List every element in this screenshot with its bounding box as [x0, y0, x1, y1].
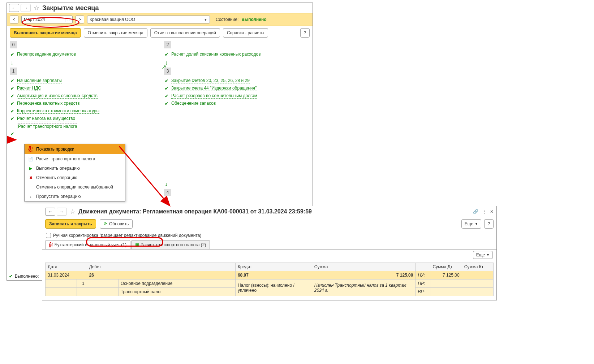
close-icon[interactable]: ✕	[490, 209, 494, 214]
op-close-accounts-20-29[interactable]: Закрытие счетов 20, 23, 25, 26, 28 и 29	[171, 78, 250, 83]
tab-accounting[interactable]: ДтКт Бухгалтерский и налоговый учет (1)	[45, 240, 130, 249]
th-sum-kt: Сумма Кт	[462, 263, 493, 271]
cell-sub-debit2: Транспортный налог	[118, 288, 235, 296]
refresh-icon: ⟳	[104, 221, 107, 226]
check-icon: ✔	[10, 109, 14, 114]
period-input[interactable]: Март 2024 ...	[21, 16, 73, 23]
op-repost-documents[interactable]: Перепроведение документов	[17, 52, 76, 57]
check-icon: ✔	[165, 101, 168, 106]
footer-status: ✔ Выполнено:	[9, 274, 39, 279]
cell-sum-dt-pr	[430, 280, 462, 288]
table-header-row: Дата Дебет Кредит Сумма Сумма Дт Сумма К…	[46, 263, 494, 271]
link-icon[interactable]: 🔗	[473, 209, 478, 214]
section-0-badge: 0	[10, 41, 17, 48]
document-movements-window: ← → ☆ Движения документа: Регламентная о…	[42, 206, 497, 300]
menu-cancel-operation[interactable]: ✖ Отменить операцию	[25, 173, 125, 182]
cell-credit-acc: 68.07	[235, 271, 312, 280]
arrow-down-icon: ↓	[164, 58, 310, 68]
help-button[interactable]: ?	[300, 28, 310, 38]
back-button[interactable]: ←	[9, 4, 19, 12]
report-button[interactable]: Отчет о выполнении операций	[150, 28, 220, 38]
cell-sum-dt-vr	[430, 288, 462, 296]
forward-button[interactable]: →	[57, 208, 67, 216]
right-column: 2 ✔Расчет долей списания косвенных расхо…	[164, 41, 310, 198]
cell-debit-acc: 26	[87, 271, 235, 280]
operation-context-menu: ДтКт Показать проводки 📄 Расчет транспор…	[24, 144, 125, 202]
menu-run-operation[interactable]: ▶ Выполнить операцию	[25, 164, 125, 173]
period-picker-icon[interactable]: ...	[65, 18, 71, 22]
op-doubtful-debts[interactable]: Расчет резервов по сомнительным долгам	[171, 93, 257, 99]
refresh-button[interactable]: ⟳ Обновить	[100, 219, 133, 229]
entry-row-sub1[interactable]: 1 Основное подразделение Налог (взносы):…	[46, 280, 494, 288]
forward-button[interactable]: →	[21, 4, 31, 12]
next-period-button[interactable]: >	[76, 16, 84, 23]
more-button[interactable]: Еще ▼	[461, 219, 481, 229]
cell-sum-kt-pr	[462, 280, 493, 288]
th-debit: Дебет	[87, 263, 235, 271]
kebab-icon[interactable]: ⋮	[482, 209, 486, 214]
section-4-badge: 4	[164, 189, 171, 196]
check-icon: ✔	[165, 94, 168, 99]
save-close-button[interactable]: Записать и закрыть	[45, 219, 96, 229]
window-right-icons: 🔗 ⋮ ✕	[473, 209, 494, 214]
more-button-inner[interactable]: Еще ▼	[473, 251, 493, 259]
op-close-account-44[interactable]: Закрытие счета 44 "Издержки обращения"	[171, 86, 257, 91]
arrow-down-icon: ↓	[10, 58, 155, 68]
cell-sub-credit: Налог (взносы): начислено / уплачено	[235, 280, 312, 296]
op-transport-tax[interactable]: Расчет транспортного налога	[17, 124, 78, 129]
th-sum: Сумма	[312, 263, 416, 271]
op-inventory-impairment[interactable]: Обесценение запасов	[171, 101, 216, 106]
check-icon: ✔	[9, 274, 13, 279]
cell-sum-kt-nu	[462, 271, 493, 280]
cell-empty	[46, 288, 77, 296]
cell-date: 31.03.2024	[46, 271, 87, 280]
menu-cancel-after[interactable]: Отменить операции после выбранной	[25, 182, 125, 192]
cell-empty	[77, 288, 87, 296]
op-property-tax[interactable]: Расчет налога на имущество	[17, 116, 75, 121]
op-indirect-costs[interactable]: Расчет долей списания косвенных расходов	[171, 52, 261, 57]
op-payroll[interactable]: Начисление зарплаты	[17, 78, 62, 83]
check-icon: ✔	[165, 86, 168, 91]
check-icon: ✔	[10, 86, 14, 91]
cell-sum-kt-vr	[462, 288, 493, 296]
cell-pr-label: ПР:	[416, 280, 430, 288]
op-vat[interactable]: Расчет НДС	[17, 86, 41, 91]
organization-select[interactable]: Красивая акация ООО ▼	[87, 16, 210, 23]
cancel-closing-button[interactable]: Отменить закрытие месяца	[84, 28, 147, 38]
dropdown-icon: ▼	[475, 222, 478, 226]
check-icon: ✔	[10, 101, 14, 106]
back-button[interactable]: ←	[45, 208, 55, 216]
favorite-star-icon[interactable]: ☆	[70, 208, 76, 216]
action-bar-2: Записать и закрыть ⟳ Обновить Еще ▼ ?	[42, 217, 496, 231]
check-icon: ✔	[10, 78, 14, 83]
check-icon: ✔	[165, 52, 168, 57]
menu-skip-operation[interactable]: ↓ Пропустить операцию	[25, 192, 125, 201]
references-button[interactable]: Справки - расчеты	[223, 28, 268, 38]
menu-calc-transport-tax[interactable]: 📄 Расчет транспортного налога	[25, 154, 125, 164]
manual-edit-checkbox[interactable]	[46, 233, 51, 238]
help-button[interactable]: ?	[484, 219, 494, 229]
op-currency-revaluation[interactable]: Переоценка валютных средств	[17, 101, 80, 106]
cell-sum: 7 125,00	[312, 271, 416, 280]
check-icon: ✔	[10, 131, 14, 136]
cell-empty	[87, 280, 118, 288]
prev-period-button[interactable]: <	[10, 16, 18, 23]
th-sum-dt: Сумма Дт	[430, 263, 462, 271]
manual-edit-row: Ручная корректировка (разрешает редактир…	[42, 231, 496, 240]
entries-table: Дата Дебет Кредит Сумма Сумма Дт Сумма К…	[45, 263, 494, 296]
favorite-star-icon[interactable]: ☆	[34, 4, 39, 12]
grid-icon: ▦	[135, 242, 139, 247]
tab-transport-tax[interactable]: ▦ Расчет транспортного налога (2)	[131, 240, 210, 249]
check-icon: ✔	[10, 116, 14, 121]
movements-title: Движения документа: Регламентная операци…	[78, 208, 312, 215]
menu-show-entries[interactable]: ДтКт Показать проводки	[25, 144, 125, 154]
entry-row-main[interactable]: 31.03.2024 26 68.07 7 125,00 НУ: 7 125,0…	[46, 271, 494, 280]
op-cost-adjustment[interactable]: Корректировка стоимости номенклатуры	[17, 108, 99, 114]
entries-table-area: Дата Дебет Кредит Сумма Сумма Дт Сумма К…	[42, 260, 496, 298]
skip-icon: ↓	[28, 194, 33, 199]
dtkt-icon: ДтКт	[49, 242, 53, 248]
op-depreciation[interactable]: Амортизация и износ основных средств	[17, 93, 98, 99]
run-closing-button[interactable]: Выполнить закрытие месяца	[10, 28, 81, 38]
arrow-down-icon: ↓	[164, 179, 310, 189]
cell-vr-label: ВР:	[416, 288, 430, 296]
